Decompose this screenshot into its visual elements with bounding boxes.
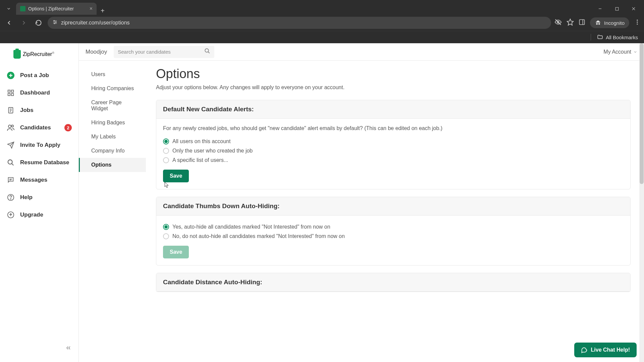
reload-button[interactable] [33, 17, 44, 28]
site-settings-icon[interactable] [52, 19, 58, 26]
sub-item-hiring-companies[interactable]: Hiring Companies [79, 81, 146, 96]
nav-item-help[interactable]: Help [0, 189, 78, 206]
collapse-sidebar-button[interactable] [0, 340, 78, 357]
sub-item-hiring-badges[interactable]: Hiring Badges [79, 116, 146, 130]
radio-icon [163, 148, 169, 154]
search-placeholder: Search your candidates [118, 49, 201, 55]
panel-header: Candidate Thumbs Down Auto-Hiding: [156, 197, 630, 216]
radio-label: Yes, auto-hide all candidates marked "No… [172, 224, 330, 230]
sub-item-company-info[interactable]: Company Info [79, 144, 146, 158]
minimize-icon[interactable] [592, 3, 608, 15]
radio-option[interactable]: Only the user who created the job [163, 146, 624, 156]
nav-label: Resume Database [20, 159, 69, 166]
upgrade-icon [7, 211, 15, 219]
panel-icon[interactable] [579, 19, 585, 27]
nav-label: Dashboard [20, 89, 50, 96]
panel-header: Default New Candidate Alerts: [156, 100, 630, 119]
nav-item-post-a-job[interactable]: Post a Job [0, 67, 78, 84]
incognito-label: Incognito [604, 20, 625, 26]
kebab-menu-icon[interactable] [634, 19, 641, 27]
nav-label: Messages [20, 177, 47, 183]
scrollbar-thumb[interactable] [640, 43, 644, 184]
nav-label: Invite To Apply [20, 142, 60, 148]
radio-label: Only the user who created the job [172, 148, 253, 154]
browser-chrome: Options | ZipRecruiter × + ziprecruiter.… [0, 0, 644, 43]
nav-item-jobs[interactable]: Jobs [0, 102, 78, 119]
radio-option[interactable]: A specific list of users... [163, 156, 624, 165]
browser-tab[interactable]: Options | ZipRecruiter × [16, 3, 97, 15]
window-controls [592, 3, 644, 15]
search-input[interactable]: Search your candidates [114, 46, 214, 58]
nav-label: Candidates [20, 124, 51, 131]
nav-item-candidates[interactable]: Candidates2 [0, 119, 78, 136]
svg-point-36 [10, 199, 11, 199]
bookmark-star-icon[interactable] [567, 18, 574, 27]
close-window-icon[interactable] [626, 3, 641, 15]
radio-option[interactable]: All users on this account [163, 137, 624, 146]
tabs-dropdown[interactable] [3, 3, 15, 15]
tab-title: Options | ZipRecruiter [28, 6, 74, 11]
search-icon[interactable] [204, 48, 210, 56]
radio-option[interactable]: No, do not auto-hide all candidates mark… [163, 232, 624, 241]
nav-item-dashboard[interactable]: Dashboard [0, 84, 78, 102]
close-tab-icon[interactable]: × [90, 6, 93, 12]
page-subtitle: Adjust your options below. Any changes w… [156, 84, 631, 90]
panel-autohide: Candidate Thumbs Down Auto-Hiding: Yes, … [156, 197, 631, 265]
sub-item-my-labels[interactable]: My Labels [79, 130, 146, 144]
nav-label: Post a Job [20, 72, 49, 79]
people-icon [7, 124, 15, 132]
toolbar-right-icons: Incognito [554, 17, 641, 28]
scrollbar[interactable] [639, 43, 644, 362]
chat-icon [581, 347, 588, 353]
logo-text: ZipRecruiter® [23, 51, 54, 57]
sub-item-options[interactable]: Options [79, 158, 146, 172]
incognito-icon [595, 19, 601, 26]
nav-item-messages[interactable]: Messages [0, 171, 78, 189]
radio-label: No, do not auto-hide all candidates mark… [172, 233, 345, 239]
nav-item-upgrade[interactable]: Upgrade [0, 206, 78, 224]
plus-circle-icon [7, 71, 15, 79]
nav-item-invite-to-apply[interactable]: Invite To Apply [0, 136, 78, 154]
incognito-badge[interactable]: Incognito [590, 17, 629, 28]
svg-point-8 [55, 22, 56, 23]
forward-button[interactable] [18, 17, 30, 28]
account-dropdown[interactable]: My Account [603, 49, 637, 55]
live-chat-button[interactable]: Live Chat Help! [574, 343, 637, 357]
nav-label: Jobs [20, 107, 34, 114]
favicon-icon [20, 6, 25, 11]
save-button: Save [163, 246, 189, 258]
content: Moodjoy Search your candidates My Accoun… [79, 43, 644, 362]
sub-item-users[interactable]: Users [79, 67, 146, 81]
nav-label: Upgrade [20, 212, 43, 218]
maximize-icon[interactable] [609, 3, 625, 15]
sub-item-career-page-widget[interactable]: Career Page Widget [79, 96, 146, 116]
url-box[interactable]: ziprecruiter.com/user/options [48, 17, 551, 29]
chevron-double-left-icon [65, 345, 72, 353]
svg-rect-23 [8, 94, 10, 96]
panel-header: Candidate Distance Auto-Hiding: [156, 273, 630, 292]
workspace-name[interactable]: Moodjoy [86, 49, 107, 55]
nav-item-resume-database[interactable]: Resume Database [0, 154, 78, 171]
back-button[interactable] [3, 17, 15, 28]
logo[interactable]: ZipRecruiter® [0, 48, 78, 67]
eye-off-icon[interactable] [554, 18, 562, 27]
sub-nav: UsersHiring CompaniesCareer Page WidgetH… [79, 43, 146, 362]
folder-icon [597, 34, 603, 40]
save-button[interactable]: Save [163, 170, 189, 182]
address-bar: ziprecruiter.com/user/options Incognito [0, 15, 644, 31]
svg-rect-24 [11, 94, 13, 96]
file-icon [7, 106, 15, 114]
new-tab-button[interactable]: + [97, 7, 109, 15]
all-bookmarks-link[interactable]: All Bookmarks [606, 35, 638, 40]
svg-point-17 [637, 23, 638, 24]
svg-point-15 [637, 20, 638, 21]
url-text: ziprecruiter.com/user/options [61, 20, 130, 26]
svg-point-29 [8, 125, 11, 128]
svg-point-7 [54, 20, 55, 21]
radio-label: A specific list of users... [172, 157, 228, 163]
svg-point-30 [11, 125, 13, 127]
svg-rect-21 [8, 90, 10, 92]
radio-option[interactable]: Yes, auto-hide all candidates marked "No… [163, 222, 624, 232]
help-icon [7, 193, 15, 201]
svg-rect-13 [580, 20, 585, 25]
